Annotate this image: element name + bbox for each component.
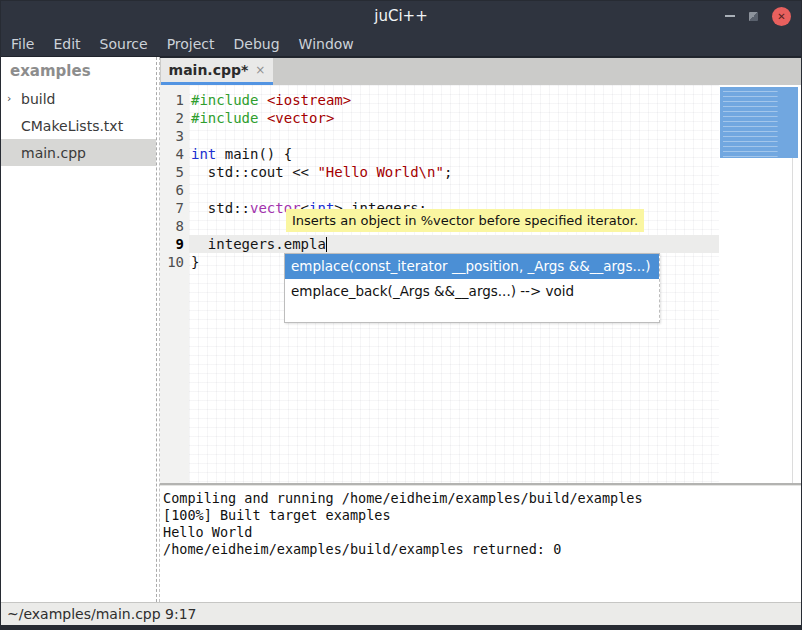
titlebar[interactable]: juCi++ ✕ [1, 1, 801, 31]
code-line-1[interactable]: #include <iostream> [189, 91, 719, 109]
menu-project[interactable]: Project [167, 36, 215, 52]
terminal-line: Hello World [163, 524, 801, 541]
autocomplete-popup: emplace(const_iterator __position, _Args… [284, 253, 660, 323]
token-lit: "Hello World\n" [317, 164, 443, 180]
terminal-line: Compiling and running /home/eidheim/exam… [163, 490, 801, 507]
scrollbar-track[interactable] [792, 158, 793, 483]
overview-map[interactable] [719, 85, 801, 483]
token-pl: std::cout << [191, 164, 317, 180]
menubar: FileEditSourceProjectDebugWindow [1, 31, 801, 57]
file-tree: ›buildCMakeLists.txtmain.cpp [1, 85, 156, 166]
file-tree-panel: examples ›buildCMakeLists.txtmain.cpp [1, 57, 156, 602]
token-lit: <iostream> [267, 92, 351, 108]
line-number: 10 [160, 253, 189, 271]
code-line-6[interactable] [189, 181, 719, 199]
tab-close-icon[interactable]: × [255, 63, 265, 77]
window-controls: ✕ [725, 1, 791, 31]
text-cursor [326, 237, 327, 252]
line-number: 7 [160, 199, 189, 217]
line-number: 4 [160, 145, 189, 163]
menu-window[interactable]: Window [299, 36, 354, 52]
terminal-output[interactable]: Compiling and running /home/eidheim/exam… [160, 486, 801, 602]
tab-main-cpp[interactable]: main.cpp* × [161, 58, 273, 85]
menu-source[interactable]: Source [100, 36, 148, 52]
token-kw: int [191, 146, 216, 162]
token-pl: integers.empla [191, 236, 326, 252]
window-title: juCi++ [1, 1, 801, 31]
code-line-2[interactable]: #include <vector> [189, 109, 719, 127]
token-pl: main() { [216, 146, 292, 162]
tree-item-label: CMakeLists.txt [21, 118, 123, 134]
menu-debug[interactable]: Debug [234, 36, 280, 52]
line-number: 3 [160, 127, 189, 145]
menu-file[interactable]: File [11, 36, 34, 52]
token-pl: } [191, 254, 199, 270]
tree-item-label: build [21, 91, 55, 107]
token-pl [258, 110, 266, 126]
token-pp: #include [191, 92, 258, 108]
line-number: 8 [160, 217, 189, 235]
menu-edit[interactable]: Edit [53, 36, 80, 52]
line-number: 6 [160, 181, 189, 199]
token-pl: std:: [191, 200, 250, 216]
doc-tooltip: Inserts an object in %vector before spec… [286, 209, 644, 232]
token-lit: <vector> [267, 110, 334, 126]
line-number-gutter: 12345678910 [160, 85, 189, 483]
code-line-9[interactable]: integers.empla [189, 235, 719, 253]
token-pl: ; [444, 164, 452, 180]
autocomplete-item[interactable]: emplace_back(_Args &&__args...) --> void [285, 279, 659, 304]
main-panel: main.cpp* × 12345678910 #include <iostre… [160, 57, 801, 602]
code-editor[interactable]: 12345678910 #include <iostream>#include … [160, 85, 801, 483]
token-pp: #include [191, 110, 258, 126]
chevron-right-icon[interactable]: › [7, 92, 21, 105]
window-body: examples ›buildCMakeLists.txtmain.cpp ma… [1, 57, 801, 602]
line-number: 9 [160, 235, 189, 253]
autocomplete-item[interactable]: emplace(const_iterator __position, _Args… [285, 254, 659, 279]
line-number: 1 [160, 91, 189, 109]
code-line-3[interactable] [189, 127, 719, 145]
overview-visible-region[interactable] [720, 87, 798, 158]
minimize-icon[interactable] [725, 15, 735, 17]
terminal-line: /home/eidheim/examples/build/examples re… [163, 541, 801, 558]
tree-item-cmakelists-txt[interactable]: CMakeLists.txt [1, 112, 156, 139]
close-icon[interactable]: ✕ [772, 7, 791, 26]
statusbar: ~/examples/main.cpp 9:17 [1, 602, 801, 625]
tree-item-build[interactable]: ›build [1, 85, 156, 112]
project-name-header: examples [1, 57, 156, 85]
line-number: 5 [160, 163, 189, 181]
restore-icon[interactable] [749, 12, 758, 21]
terminal-line: [100%] Built target examples [163, 507, 801, 524]
tab-label: main.cpp* [169, 62, 249, 78]
tree-item-main-cpp[interactable]: main.cpp [1, 139, 156, 166]
tree-item-label: main.cpp [21, 145, 86, 161]
code-line-5[interactable]: std::cout << "Hello World\n"; [189, 163, 719, 181]
line-number: 2 [160, 109, 189, 127]
code-line-4[interactable]: int main() { [189, 145, 719, 163]
app-window: juCi++ ✕ FileEditSourceProjectDebugWindo… [0, 0, 802, 630]
tabbar: main.cpp* × [160, 57, 801, 85]
token-pl [258, 92, 266, 108]
statusbar-path: ~/examples/main.cpp 9:17 [7, 606, 197, 622]
